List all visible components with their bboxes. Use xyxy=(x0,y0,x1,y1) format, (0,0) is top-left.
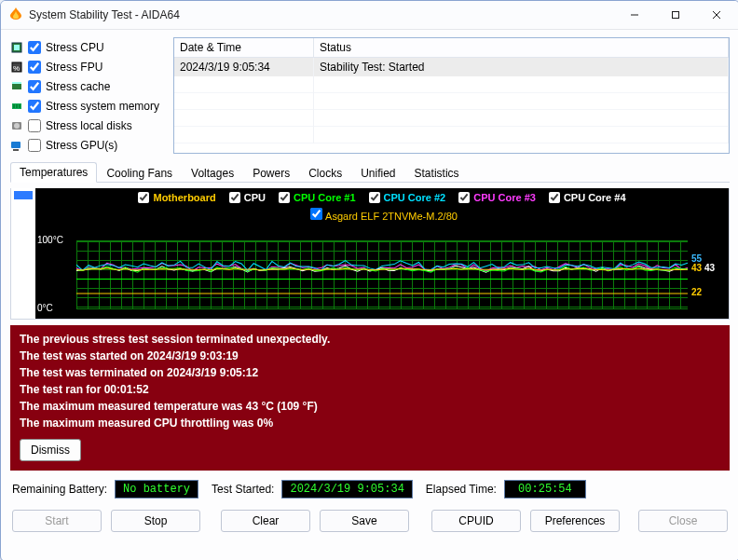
elapsed-label: Elapsed Time: xyxy=(426,483,497,496)
status-bar: Remaining Battery: No battery Test Start… xyxy=(10,476,730,499)
svg-text:%: % xyxy=(13,64,20,73)
test-started-value: 2024/3/19 9:05:34 xyxy=(281,480,412,499)
battery-value: No battery xyxy=(115,480,198,499)
legend-label: Motherboard xyxy=(153,192,215,203)
readout-value: 22 xyxy=(691,287,702,297)
tab-cooling-fans[interactable]: Cooling Fans xyxy=(97,163,182,183)
log-column-datetime[interactable]: Date & Time xyxy=(174,38,314,58)
tab-unified[interactable]: Unified xyxy=(351,163,404,183)
svg-point-15 xyxy=(14,123,20,129)
graph-panel: MotherboardCPUCPU Core #1CPU Core #2CPU … xyxy=(10,188,730,320)
stress-option-stress-cpu[interactable]: Stress CPU xyxy=(10,39,164,56)
log-row[interactable]: 2024/3/19 9:05:34Stability Test: Started xyxy=(174,58,729,76)
maximize-button[interactable] xyxy=(655,2,696,28)
warning-line: The previous stress test session termina… xyxy=(20,333,720,346)
svg-rect-12 xyxy=(16,104,18,108)
elapsed-value: 00:25:54 xyxy=(504,480,586,499)
legend-checkbox[interactable] xyxy=(229,192,240,203)
close-button[interactable] xyxy=(696,2,737,28)
start-button[interactable]: Start xyxy=(12,510,102,532)
warning-line: The test was terminated on 2024/3/19 9:0… xyxy=(20,366,720,379)
legend-label: CPU Core #3 xyxy=(473,192,536,203)
legend-item-cpu-core-2[interactable]: CPU Core #2 xyxy=(369,192,446,203)
log-cell-status: Stability Test: Started xyxy=(314,58,729,76)
svg-rect-16 xyxy=(11,142,20,148)
stress-option-stress-cache[interactable]: Stress cache xyxy=(10,78,164,95)
log-column-status[interactable]: Status xyxy=(314,38,729,58)
legend-checkbox[interactable] xyxy=(369,192,380,203)
app-window: System Stability Test - AIDA64 Stress CP… xyxy=(0,0,738,560)
sensor-list-selection[interactable] xyxy=(14,191,33,199)
cpuid-button[interactable]: CPUID xyxy=(431,510,521,532)
current-values: 55434322 xyxy=(691,242,727,309)
legend-item-asgard-elf-2tnvme-m-2-80[interactable]: Asgard ELF 2TNVMe-M.2/80 xyxy=(307,205,458,223)
warning-line: The maximum measured CPU throttling was … xyxy=(20,417,720,430)
legend-label: CPU Core #2 xyxy=(384,192,446,203)
save-button[interactable]: Save xyxy=(320,510,409,532)
tab-statistics[interactable]: Statistics xyxy=(405,163,469,183)
legend-label: CPU Core #4 xyxy=(564,192,626,203)
stress-checkbox[interactable] xyxy=(28,139,41,152)
legend-item-cpu-core-3[interactable]: CPU Core #3 xyxy=(458,192,536,203)
stress-option-stress-system-memory[interactable]: Stress system memory xyxy=(10,98,164,115)
stop-button[interactable]: Stop xyxy=(111,510,200,532)
temperature-graph: MotherboardCPUCPU Core #1CPU Core #2CPU … xyxy=(35,188,729,319)
legend-item-motherboard[interactable]: Motherboard xyxy=(138,192,215,203)
tab-temperatures[interactable]: Temperatures xyxy=(10,162,97,183)
preferences-button[interactable]: Preferences xyxy=(530,510,620,532)
device-icon xyxy=(10,119,23,132)
device-icon: % xyxy=(10,61,23,74)
stress-checkbox[interactable] xyxy=(28,119,41,132)
event-log[interactable]: Date & Time Status 2024/3/19 9:05:34Stab… xyxy=(173,37,730,154)
warning-line: The maximum measured temperature was 43 … xyxy=(20,400,720,413)
y-max-label: 100°C xyxy=(37,235,63,245)
device-icon xyxy=(10,100,23,113)
legend-label: Asgard ELF 2TNVMe-M.2/80 xyxy=(325,211,458,222)
y-axis: 100°C 0°C xyxy=(37,237,73,311)
stress-label: Stress cache xyxy=(46,80,110,93)
legend-checkbox[interactable] xyxy=(310,208,322,220)
tab-powers[interactable]: Powers xyxy=(243,163,299,183)
y-min-label: 0°C xyxy=(37,303,53,313)
svg-rect-9 xyxy=(12,82,21,84)
stress-option-stress-gpu-s-[interactable]: Stress GPU(s) xyxy=(10,137,164,154)
stress-label: Stress system memory xyxy=(46,100,159,113)
legend-label: CPU xyxy=(244,192,266,203)
dismiss-button[interactable]: Dismiss xyxy=(20,439,81,461)
readout-value: 43 xyxy=(691,263,702,273)
legend-item-cpu[interactable]: CPU xyxy=(229,192,266,203)
legend-checkbox[interactable] xyxy=(138,192,149,203)
plot-area xyxy=(76,240,688,309)
stress-label: Stress CPU xyxy=(46,41,104,54)
stress-checkbox[interactable] xyxy=(28,100,41,113)
legend-checkbox[interactable] xyxy=(549,192,560,203)
warning-panel: The previous stress test session termina… xyxy=(10,325,730,471)
device-icon xyxy=(10,139,23,152)
svg-rect-5 xyxy=(14,45,20,50)
stress-option-stress-local-disks[interactable]: Stress local disks xyxy=(10,117,164,134)
warning-line: The test was started on 2024/3/19 9:03:1… xyxy=(20,349,720,362)
legend-item-cpu-core-1[interactable]: CPU Core #1 xyxy=(279,192,356,203)
graph-sensor-list[interactable] xyxy=(11,188,35,319)
stress-checkbox[interactable] xyxy=(28,61,41,74)
stress-checkbox[interactable] xyxy=(28,80,41,93)
device-icon xyxy=(10,80,23,93)
svg-rect-17 xyxy=(13,149,19,151)
window-controls xyxy=(614,2,737,28)
stress-label: Stress FPU xyxy=(46,61,102,74)
minimize-button[interactable] xyxy=(614,2,655,28)
legend-checkbox[interactable] xyxy=(279,192,290,203)
legend-label: CPU Core #1 xyxy=(294,192,356,203)
svg-rect-11 xyxy=(13,104,15,108)
stress-checkbox[interactable] xyxy=(28,41,41,54)
stress-label: Stress GPU(s) xyxy=(46,139,117,152)
legend-checkbox[interactable] xyxy=(458,192,470,203)
close-app-button[interactable]: Close xyxy=(638,510,728,532)
clear-button[interactable]: Clear xyxy=(221,510,310,532)
stress-option-stress-fpu[interactable]: %Stress FPU xyxy=(10,59,164,75)
window-title: System Stability Test - AIDA64 xyxy=(29,8,180,21)
tab-clocks[interactable]: Clocks xyxy=(299,163,351,183)
legend-item-cpu-core-4[interactable]: CPU Core #4 xyxy=(549,192,626,203)
tab-voltages[interactable]: Voltages xyxy=(182,163,243,183)
stress-label: Stress local disks xyxy=(46,119,132,132)
